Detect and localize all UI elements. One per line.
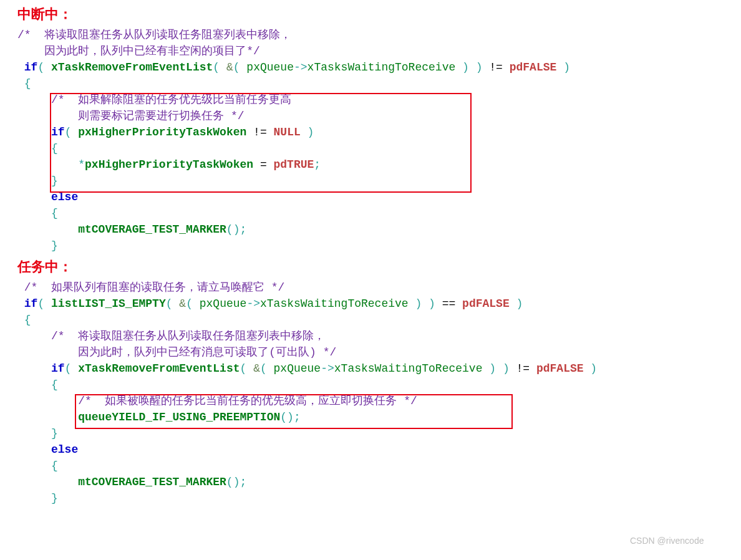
id-pxHigherPriorityTaskWoken: pxHigherPriorityTaskWoken (78, 126, 246, 138)
comment: 因为此时，队列中已经有消息可读取了(可出队) */ (51, 346, 336, 359)
semicolon: ; (240, 223, 246, 236)
fn-xTaskRemoveFromEventList: xTaskRemoveFromEventList (51, 61, 213, 74)
brace: { (24, 314, 31, 326)
id-pdTRUE: pdTRUE (274, 158, 314, 171)
code-block-task: /* 如果队列有阻塞的读取任务，请立马唤醒它 */ if( listLIST_I… (17, 279, 729, 506)
id-pdFALSE: pdFALSE (462, 297, 510, 310)
code-interrupt: /* 将读取阻塞任务从队列读取任务阻塞列表中移除， 因为此时，队列中已经有非空闲… (17, 27, 729, 254)
op-ne: != (489, 61, 503, 74)
op-ne: != (253, 126, 267, 138)
ampersand: & (253, 362, 260, 375)
comment: /* 将读取阻塞任务从队列读取任务阻塞列表中移除， (51, 330, 325, 342)
ampersand: & (226, 61, 233, 74)
comment: 因为此时，队列中已经有非空闲的项目了*/ (17, 45, 260, 57)
id-xTasksWaitingToReceive: xTasksWaitingToReceive (334, 362, 483, 375)
comment: /* 如果被唤醒的任务比当前任务的优先级高，应立即切换任务 */ (78, 395, 417, 407)
keyword-if: if (51, 126, 65, 138)
arrow: -> (246, 297, 260, 310)
op-eq: == (442, 297, 456, 310)
keyword-if: if (24, 297, 38, 310)
keyword-else: else (51, 191, 78, 203)
op-ne: != (516, 362, 530, 375)
fn-xTaskRemoveFromEventList: xTaskRemoveFromEventList (78, 362, 240, 375)
brace: } (51, 492, 58, 504)
op-assign: = (260, 158, 267, 171)
fn-mtCOVERAGE_TEST_MARKER: mtCOVERAGE_TEST_MARKER (78, 476, 226, 488)
id-xTasksWaitingToReceive: xTasksWaitingToReceive (260, 297, 409, 310)
id-pdFALSE: pdFALSE (510, 61, 557, 74)
id-pxQueue: pxQueue (200, 297, 247, 310)
brace: } (51, 175, 58, 187)
keyword-if: if (24, 61, 38, 74)
fn-queueYIELD_IF_USING_PREEMPTION: queueYIELD_IF_USING_PREEMPTION (78, 411, 280, 423)
comment: /* 如果队列有阻塞的读取任务，请立马唤醒它 */ (24, 281, 285, 294)
id-xTasksWaitingToReceive: xTasksWaitingToReceive (308, 61, 456, 74)
id-pdFALSE: pdFALSE (536, 362, 584, 375)
brace: { (51, 142, 58, 155)
keyword-else: else (51, 443, 78, 456)
brace: } (51, 427, 58, 440)
id-pxHigherPriorityTaskWoken: pxHigherPriorityTaskWoken (85, 158, 253, 171)
id-pxQueue: pxQueue (246, 61, 294, 74)
brace: { (51, 379, 58, 391)
semicolon: ; (240, 476, 246, 488)
id-NULL: NULL (274, 126, 301, 138)
comment: /* 将读取阻塞任务从队列读取任务阻塞列表中移除， (17, 29, 291, 41)
semicolon: ; (294, 411, 301, 423)
fn-mtCOVERAGE_TEST_MARKER: mtCOVERAGE_TEST_MARKER (78, 223, 226, 236)
id-pxQueue: pxQueue (274, 362, 321, 375)
deref-star: * (78, 158, 85, 171)
code-block-interrupt: /* 将读取阻塞任务从队列读取任务阻塞列表中移除， 因为此时，队列中已经有非空闲… (17, 27, 729, 254)
heading-interrupt: 中断中： (17, 5, 729, 24)
brace: } (51, 239, 58, 252)
heading-task: 任务中： (17, 258, 729, 277)
code-task: /* 如果队列有阻塞的读取任务，请立马唤醒它 */ if( listLIST_I… (17, 279, 729, 506)
ampersand: & (179, 297, 186, 310)
comment: 则需要标记需要进行切换任务 */ (51, 110, 245, 122)
comment: /* 如果解除阻塞的任务优先级比当前任务更高 (51, 94, 291, 106)
brace: { (51, 460, 58, 472)
brace: { (24, 77, 31, 90)
brace: { (51, 207, 58, 220)
arrow: -> (321, 362, 334, 375)
fn-listLIST_IS_EMPTY: listLIST_IS_EMPTY (51, 297, 166, 310)
arrow: -> (294, 61, 308, 74)
keyword-if: if (51, 362, 65, 375)
semicolon: ; (314, 158, 321, 171)
